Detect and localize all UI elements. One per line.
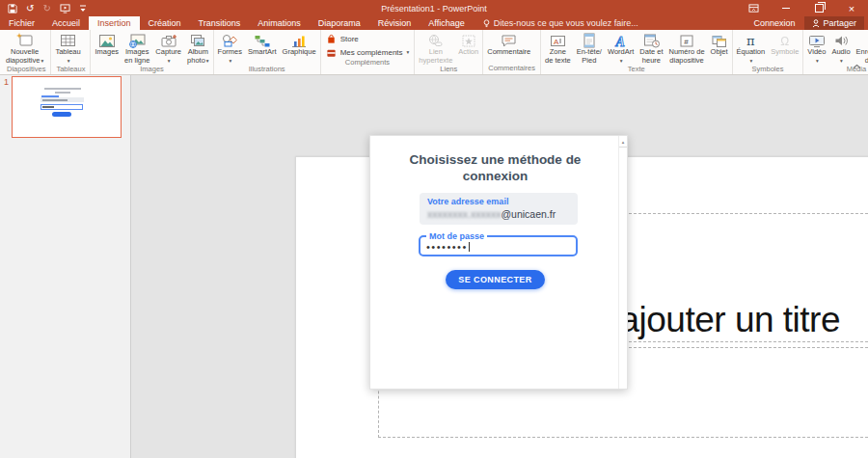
smartart-button[interactable]: SmartArt bbox=[245, 31, 280, 57]
tab-fichier[interactable]: Fichier bbox=[0, 16, 43, 30]
ribbon-tab-row: Fichier Accueil Insertion Création Trans… bbox=[0, 16, 868, 30]
email-masked-part: xxxxxxxx.xxxxxx bbox=[427, 208, 501, 220]
thumbnail-mini-title-line bbox=[44, 88, 81, 90]
tell-me-box[interactable]: Dites-nous ce que vous voulez faire... bbox=[483, 16, 638, 30]
tab-insertion[interactable]: Insertion bbox=[89, 16, 140, 30]
collapse-ribbon-button[interactable] bbox=[850, 62, 863, 71]
slide-number-icon: # bbox=[679, 32, 694, 48]
partager-button[interactable]: Partager bbox=[804, 16, 864, 30]
chevron-up-icon bbox=[853, 64, 861, 69]
screen-recording-button[interactable]: Enregistrement de l'écran bbox=[854, 31, 868, 65]
text-box-button[interactable]: A Zone de texte bbox=[542, 31, 574, 65]
ribbon-group-symboles: π Équation ▾ Ω Symbole Symboles bbox=[733, 30, 804, 74]
email-field[interactable]: Votre adresse email xxxxxxxx.xxxxxx@unic… bbox=[420, 193, 578, 225]
svg-text:#: # bbox=[684, 38, 689, 46]
dropdown-caret-icon: ▾ bbox=[620, 58, 623, 65]
equation-button[interactable]: π Équation ▾ bbox=[734, 31, 769, 65]
action-icon bbox=[461, 32, 476, 48]
dialog-scrollbar[interactable]: ▴ bbox=[618, 136, 627, 389]
group-label-liens: Liens bbox=[416, 65, 481, 75]
screenshot-button[interactable]: Capture ▾ bbox=[152, 31, 184, 65]
close-button[interactable]: × bbox=[835, 0, 868, 16]
date-time-button[interactable]: Date et heure bbox=[637, 31, 665, 65]
smartart-icon bbox=[254, 32, 271, 48]
ribbon-group-tableaux: Tableau ▾ Tableaux bbox=[51, 30, 91, 74]
save-button[interactable] bbox=[8, 4, 17, 13]
video-icon bbox=[808, 32, 826, 48]
video-button[interactable]: Vidéo ▾ bbox=[804, 31, 828, 65]
lightbulb-icon bbox=[483, 19, 490, 28]
tab-accueil[interactable]: Accueil bbox=[43, 16, 89, 30]
symbol-button[interactable]: Ω Symbole bbox=[768, 31, 801, 57]
redo-icon: ↻ bbox=[42, 4, 50, 13]
images-button[interactable]: Images bbox=[92, 31, 122, 57]
se-connecter-button[interactable]: SE CONNECTER bbox=[446, 270, 544, 289]
login-dialog: Choisissez une méthode de connexion Votr… bbox=[369, 135, 628, 390]
ribbon-display-options-button[interactable] bbox=[737, 0, 770, 16]
redo-button[interactable]: ↻ bbox=[42, 4, 50, 13]
email-label: Votre adresse email bbox=[427, 197, 570, 206]
dropdown-caret-icon: ▾ bbox=[407, 49, 410, 56]
password-field[interactable]: Mot de passe •••••••• bbox=[419, 235, 578, 256]
store-button[interactable]: Store bbox=[326, 34, 410, 44]
thumbnail-mini-button bbox=[52, 112, 71, 117]
account-area: Connexion Partager bbox=[746, 16, 864, 30]
comment-icon bbox=[501, 32, 517, 48]
tab-diaporama[interactable]: Diaporama bbox=[310, 16, 369, 30]
ribbon-group-complements: Store Mes compléments ▾ Compléments bbox=[321, 30, 416, 74]
object-button[interactable]: Objet bbox=[708, 31, 731, 57]
new-slide-icon bbox=[16, 32, 34, 48]
tab-creation[interactable]: Création bbox=[140, 16, 190, 30]
action-button[interactable]: Action bbox=[455, 31, 481, 57]
thumbnail-mini-email-text bbox=[42, 99, 68, 101]
close-icon: × bbox=[849, 3, 854, 14]
photo-album-icon bbox=[189, 32, 206, 48]
online-pictures-button[interactable]: Images en ligne bbox=[122, 31, 152, 65]
dropdown-caret-icon: ▾ bbox=[229, 58, 231, 65]
comment-button[interactable]: Commentaire bbox=[484, 31, 533, 57]
ribbon: Nouvelle diapositive▾ Diapositives Table… bbox=[0, 30, 868, 75]
restore-button[interactable] bbox=[802, 0, 835, 16]
chart-button[interactable]: Graphique bbox=[280, 31, 319, 57]
my-addins-button[interactable]: Mes compléments ▾ bbox=[326, 47, 410, 58]
customize-qat-button[interactable] bbox=[79, 4, 87, 13]
store-label: Store bbox=[340, 35, 359, 43]
audio-button[interactable]: Audio ▾ bbox=[828, 31, 853, 65]
group-label-diapositives: Diapositives bbox=[3, 65, 49, 75]
audio-icon bbox=[833, 32, 849, 48]
tab-transitions[interactable]: Transitions bbox=[190, 16, 250, 30]
equation-icon: π bbox=[746, 32, 755, 48]
password-label: Mot de passe bbox=[426, 231, 487, 241]
slide-number-button[interactable]: # Numéro de diapositive bbox=[666, 31, 708, 65]
slide-1-thumbnail[interactable] bbox=[12, 76, 122, 138]
tab-animations[interactable]: Animations bbox=[249, 16, 310, 30]
svg-text:A: A bbox=[554, 38, 559, 46]
undo-button[interactable]: ↺ bbox=[26, 4, 34, 13]
start-slideshow-button[interactable] bbox=[60, 4, 70, 13]
window-controls: × bbox=[737, 0, 868, 16]
group-label-complements: Compléments bbox=[322, 58, 414, 68]
tab-affichage[interactable]: Affichage bbox=[420, 16, 473, 30]
thumbnail-mini-title-line bbox=[55, 92, 70, 94]
dropdown-caret-icon: ▾ bbox=[840, 58, 843, 65]
header-footer-button[interactable]: En-tête/ Pied bbox=[574, 31, 605, 65]
addins-icon bbox=[326, 47, 337, 58]
hyperlink-icon bbox=[427, 32, 444, 48]
dropdown-caret-icon: ▾ bbox=[168, 58, 171, 65]
photo-album-button[interactable]: Album photo▾ bbox=[184, 31, 212, 65]
tab-revision[interactable]: Révision bbox=[369, 16, 420, 30]
table-button[interactable]: Tableau ▾ bbox=[52, 31, 83, 65]
dropdown-caret-icon: ▾ bbox=[41, 58, 43, 65]
hyperlink-button[interactable]: Lien hypertexte bbox=[416, 31, 455, 65]
ribbon-group-diapositives: Nouvelle diapositive▾ Diapositives bbox=[2, 30, 51, 74]
new-slide-button[interactable]: Nouvelle diapositive▾ bbox=[3, 31, 46, 65]
dropdown-caret-icon: ▾ bbox=[206, 58, 209, 65]
ribbon-group-images: Images Images en ligne Capture ▾ Album p… bbox=[91, 30, 213, 74]
connexion-button[interactable]: Connexion bbox=[746, 16, 802, 30]
minimize-button[interactable] bbox=[770, 0, 802, 16]
powerpoint-window: ↺ ↻ Présentation1 - PowerPoint × Fichier… bbox=[0, 0, 868, 458]
shapes-icon bbox=[221, 32, 238, 48]
scroll-up-arrow-icon[interactable]: ▴ bbox=[619, 136, 627, 148]
shapes-button[interactable]: Formes ▾ bbox=[215, 31, 245, 65]
wordart-button[interactable]: A WordArt ▾ bbox=[605, 31, 637, 65]
